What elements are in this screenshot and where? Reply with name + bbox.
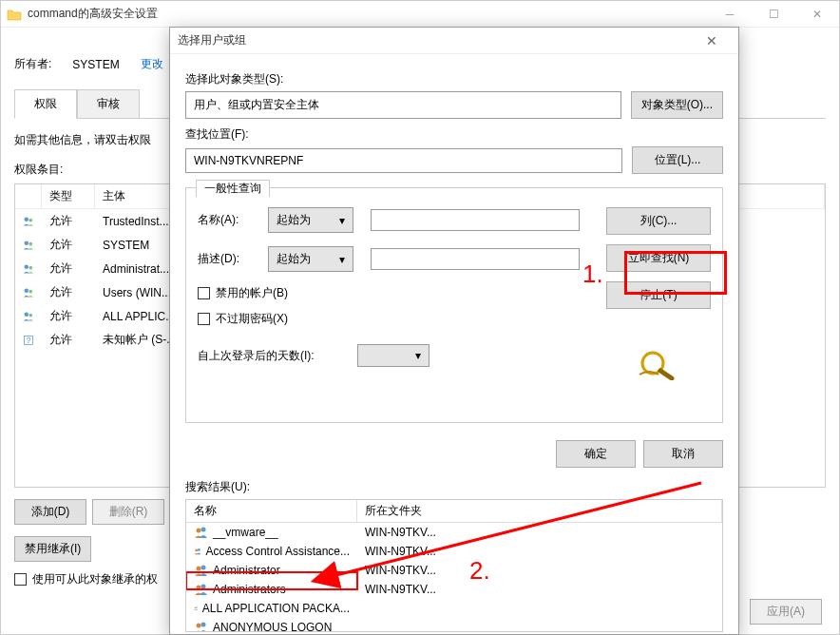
owner-label: 所有者: [14,56,51,72]
name-label: 名称(A): [198,212,251,228]
description-input[interactable] [371,248,580,270]
no-expire-pwd-label: 不过期密码(X) [216,311,288,327]
svg-point-7 [29,289,32,293]
row-type: 允许 [42,211,95,231]
stop-button[interactable]: 停止(T) [606,281,711,309]
svg-point-21 [201,585,206,589]
result-row[interactable]: AdministratorsWIN-N9TKV... [186,580,722,599]
find-now-button[interactable]: 立即查找(N) [606,244,711,272]
inherit-checkbox[interactable] [14,573,27,586]
inner-titlebar: 选择用户或组 ✕ [170,28,738,54]
results-label: 搜索结果(U): [185,479,723,495]
result-name: Access Control Assistance... [186,543,357,560]
svg-point-19 [201,566,206,570]
remove-button: 删除(R) [92,499,164,525]
name-input[interactable] [371,209,580,231]
header-type[interactable]: 类型 [42,184,95,208]
add-button[interactable]: 添加(D) [14,499,86,525]
object-type-label: 选择此对象类型(S): [185,71,723,87]
common-queries-box: 一般性查询 名称(A): 起始为 ▾ 描述(D): 起始为 [185,187,723,423]
disabled-accounts-checkbox[interactable] [198,287,210,299]
svg-point-6 [25,288,29,293]
tab-audit[interactable]: 审核 [77,89,140,119]
result-row[interactable]: __vmware__WIN-N9TKV... [186,523,722,542]
row-type: 允许 [42,235,95,255]
result-name: Administrator [186,562,357,579]
svg-point-22 [195,607,197,609]
tab-permissions[interactable]: 权限 [14,89,77,119]
row-type: 允许 [42,259,95,279]
description-label: 描述(D): [198,251,251,267]
svg-point-0 [25,217,29,221]
results-header-folder[interactable]: 所在文件夹 [357,500,722,522]
result-folder: WIN-N9TKV... [357,525,722,540]
results-header-name[interactable]: 名称 [186,500,357,522]
disabled-accounts-row[interactable]: 禁用的帐户(B) [198,285,595,301]
bottom-button-row: 应用(A) [750,599,822,625]
result-folder [357,626,722,628]
results-table[interactable]: 名称 所在文件夹 __vmware__WIN-N9TKV...Access Co… [185,499,723,632]
result-folder: WIN-N9TKV... [357,563,722,578]
principal-icon [15,307,42,326]
svg-point-24 [197,624,201,628]
ok-button[interactable]: 确定 [556,440,636,468]
row-type: 允许 [42,282,95,302]
row-type: 允许 [42,330,95,350]
inner-close-button[interactable]: ✕ [693,33,731,48]
chevron-down-icon: ▾ [339,214,345,227]
chevron-down-icon: ▾ [339,253,345,266]
principal-icon [15,236,42,255]
svg-point-23 [196,606,198,608]
outer-window-title: command的高级安全设置 [28,6,158,22]
location-label: 查找位置(F): [185,126,723,143]
disable-inherit-button[interactable]: 禁用继承(I) [14,536,91,562]
no-expire-pwd-checkbox[interactable] [198,313,210,325]
window-controls: ─ ☐ ✕ [708,1,839,28]
annotation-1: 1. [582,260,603,289]
chevron-down-icon: ▾ [415,349,421,362]
folder-icon [7,8,22,20]
name-combo[interactable]: 起始为 ▾ [268,207,353,233]
apply-button: 应用(A) [750,599,822,625]
locations-button[interactable]: 位置(L)... [632,146,723,174]
result-name: __vmware__ [186,524,357,541]
close-button[interactable]: ✕ [795,1,839,28]
object-types-button[interactable]: 对象类型(O)... [631,91,723,119]
svg-point-8 [25,312,29,317]
columns-button[interactable]: 列(C)... [606,207,711,235]
cancel-button[interactable]: 取消 [643,440,723,468]
no-expire-pwd-row[interactable]: 不过期密码(X) [198,311,595,327]
result-row[interactable]: ANONYMOUS LOGON [186,618,722,632]
result-folder [357,607,722,609]
svg-point-17 [198,548,200,551]
row-type: 允许 [42,306,95,326]
maximize-button[interactable]: ☐ [752,1,795,28]
result-row[interactable]: Access Control Assistance...WIN-N9TKV... [186,542,722,561]
days-since-logon-combo[interactable]: ▾ [357,344,430,367]
svg-text:?: ? [26,336,30,345]
svg-point-4 [25,264,29,269]
common-queries-tab[interactable]: 一般性查询 [196,180,270,197]
inherit-check-label: 使用可从此对象继承的权 [32,571,158,587]
result-name: ALL APPLICATION PACKA... [186,600,357,617]
inner-body: 选择此对象类型(S): 用户、组或内置安全主体 对象类型(O)... 查找位置(… [170,54,738,635]
principal-icon [15,283,42,302]
result-row[interactable]: AdministratorWIN-N9TKV... [186,561,722,580]
principal-icon [15,260,42,279]
svg-line-13 [660,371,672,378]
svg-point-5 [29,265,32,269]
result-folder: WIN-N9TKV... [357,582,722,597]
svg-point-16 [195,549,198,552]
description-combo[interactable]: 起始为 ▾ [268,246,353,272]
svg-point-18 [197,567,201,571]
result-folder: WIN-N9TKV... [357,544,722,559]
svg-point-3 [29,241,32,245]
principal-icon [15,212,42,231]
result-row[interactable]: ALL APPLICATION PACKA... [186,599,722,618]
annotation-2: 2. [469,556,490,586]
owner-change-link[interactable]: 更改 [141,56,163,72]
result-name: ANONYMOUS LOGON [186,619,357,632]
disabled-accounts-label: 禁用的帐户(B) [216,285,288,301]
object-type-value: 用户、组或内置安全主体 [185,91,621,119]
minimize-button[interactable]: ─ [708,1,752,28]
